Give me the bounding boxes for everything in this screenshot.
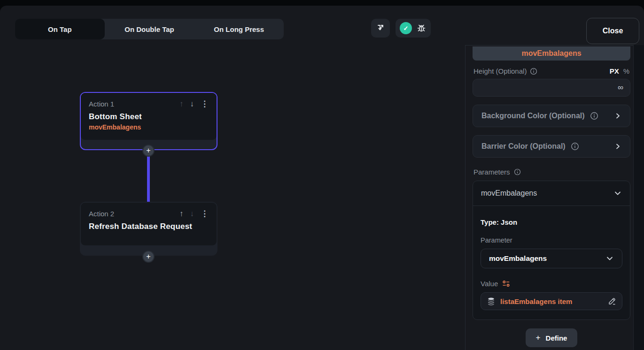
kebab-menu-icon[interactable]: ⋮ [201, 99, 209, 109]
background-color-row[interactable]: Background Color (Optional) [473, 105, 630, 127]
chevron-down-icon [605, 254, 614, 263]
info-icon[interactable] [514, 168, 521, 175]
value-label-row: Value [481, 280, 622, 288]
debug-bug-button[interactable] [416, 23, 427, 33]
info-icon[interactable] [590, 112, 598, 120]
move-up-icon[interactable]: ↑ [179, 209, 184, 219]
parameter-group-header[interactable]: movEmbalagens [473, 181, 630, 206]
parameter-select-value: movEmbalagens [489, 254, 547, 263]
move-down-icon[interactable]: ↓ [190, 209, 194, 219]
height-option-row: Height (Optional) PX % [473, 67, 629, 75]
trigger-tabbar: On Tap On Double Tap On Long Press [15, 19, 284, 39]
chevron-right-icon [614, 112, 621, 120]
parameter-type-label: Type: Json [481, 218, 622, 226]
bug-icon [416, 23, 427, 33]
action-connector-line [147, 150, 150, 205]
plus-icon: + [536, 333, 541, 342]
add-action-button[interactable]: + [142, 145, 155, 157]
value-label: Value [481, 280, 498, 288]
action-title: Refresh Database Request [89, 222, 209, 231]
add-action-button[interactable]: + [142, 251, 155, 263]
action-node-2-body: Action 2 ↑ ↓ ⋮ Refresh Database Request [81, 203, 217, 245]
chevron-down-icon [613, 189, 622, 198]
action-node-1-body: Action 1 ↑ ↓ ⋮ Bottom Sheet movEmbalagen… [81, 93, 217, 140]
info-icon[interactable] [530, 68, 537, 75]
tab-on-double-tap[interactable]: On Double Tap [105, 19, 194, 39]
define-button-label: Define [546, 334, 567, 342]
action-node-2[interactable]: Action 2 ↑ ↓ ⋮ Refresh Database Request [80, 202, 217, 256]
action-title: Bottom Sheet [89, 112, 209, 122]
infinity-icon: ∞ [618, 83, 623, 92]
bottom-sheet-selector[interactable]: movEmbalagens [473, 46, 630, 61]
height-label: Height (Optional) [473, 67, 527, 75]
validation-check-icon: ✓ [400, 22, 412, 34]
parameters-label: Parameters [473, 168, 510, 176]
value-binding-row[interactable]: listaEmbalagens item [481, 292, 622, 310]
action-subtitle: movEmbalagens [89, 123, 209, 131]
move-down-icon[interactable]: ↓ [190, 99, 194, 109]
parameters-card: movEmbalagens Type: Json Parameter movEm… [473, 181, 630, 320]
tab-on-tap[interactable]: On Tap [15, 19, 105, 39]
chevron-right-icon [614, 143, 621, 150]
edit-pencil-icon[interactable] [607, 297, 616, 306]
barrier-color-label: Barrier Color (Optional) [481, 142, 566, 151]
move-up-icon[interactable]: ↑ [179, 99, 184, 109]
action-index-label: Action 2 [89, 210, 114, 218]
tab-on-long-press[interactable]: On Long Press [194, 19, 284, 39]
close-button[interactable]: Close [586, 18, 639, 44]
action-node-1[interactable]: Action 1 ↑ ↓ ⋮ Bottom Sheet movEmbalagen… [80, 92, 217, 150]
value-binding-text: listaEmbalagens item [500, 297, 572, 305]
parameter-group-name: movEmbalagens [481, 189, 537, 198]
action-index-label: Action 1 [89, 100, 114, 108]
unit-percent-toggle[interactable]: % [623, 67, 629, 75]
panel-scroll-gutter[interactable] [633, 45, 644, 350]
barrier-color-row[interactable]: Barrier Color (Optional) [473, 135, 630, 158]
info-icon[interactable] [571, 142, 579, 151]
action-flow-button[interactable] [371, 19, 390, 38]
height-input[interactable]: ∞ [473, 79, 630, 97]
parameter-label: Parameter [481, 236, 622, 244]
action-flow-icon [375, 23, 386, 33]
database-icon [487, 297, 496, 306]
define-button[interactable]: + Define [526, 328, 578, 347]
kebab-menu-icon[interactable]: ⋮ [201, 209, 209, 219]
parameters-label-row: Parameters [473, 168, 629, 176]
status-debug-group: ✓ [396, 19, 431, 38]
background-color-label: Background Color (Optional) [481, 112, 585, 120]
action-editor-modal: On Tap On Double Tap On Long Press ✓ [0, 6, 644, 350]
variable-sliders-icon[interactable] [502, 280, 510, 287]
unit-px-toggle[interactable]: PX [610, 67, 619, 75]
properties-panel: movEmbalagens Height (Optional) PX % ∞ B… [465, 45, 633, 350]
parameter-select[interactable]: movEmbalagens [481, 249, 622, 268]
parameter-group-body: Type: Json Parameter movEmbalagens Value [473, 206, 630, 320]
